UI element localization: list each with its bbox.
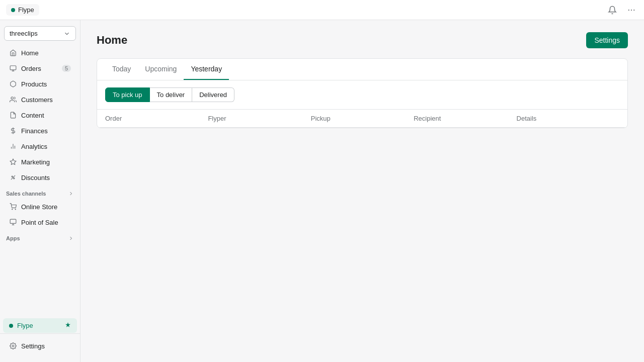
online-store-icon (9, 203, 17, 211)
marketing-icon (9, 158, 17, 166)
sidebar-item-marketing[interactable]: Marketing (3, 154, 77, 169)
chevron-down-icon (63, 30, 70, 37)
layout: threeclips Home Orders 5 (0, 20, 644, 362)
top-bar-right (606, 4, 638, 17)
sidebar-item-analytics[interactable]: Analytics (3, 139, 77, 154)
sidebar-bottom: Settings (0, 333, 80, 358)
chevron-right-apps-icon (68, 235, 74, 241)
top-bar: Flype (0, 0, 644, 20)
sidebar-item-flype-label: Flype (17, 322, 33, 329)
filter-to-pick-up[interactable]: To pick up (105, 87, 150, 102)
store-selector[interactable]: threeclips (4, 26, 76, 41)
sidebar-item-finances-label: Finances (21, 127, 48, 135)
tab-upcoming[interactable]: Upcoming (138, 59, 184, 80)
apps-label: Apps (6, 235, 20, 241)
sidebar-nav: Home Orders 5 Products Customers (0, 43, 80, 318)
more-button[interactable] (625, 4, 638, 17)
settings-icon (9, 342, 17, 350)
chevron-right-icon (68, 191, 74, 197)
home-icon (9, 49, 17, 57)
sidebar-item-orders[interactable]: Orders 5 (3, 61, 77, 76)
table-divider (97, 127, 627, 128)
svg-point-0 (628, 9, 629, 10)
svg-point-13 (14, 178, 15, 179)
flype-pin-icon (65, 322, 71, 329)
sidebar-item-products-label: Products (21, 80, 47, 88)
sidebar-item-marketing-label: Marketing (21, 158, 50, 166)
sidebar-item-products[interactable]: Products (3, 76, 77, 92)
sidebar-item-online-store[interactable]: Online Store (3, 199, 77, 214)
svg-point-2 (633, 9, 634, 10)
sidebar: threeclips Home Orders 5 (0, 20, 80, 362)
sidebar-item-discounts-label: Discounts (21, 174, 50, 182)
svg-point-15 (12, 209, 13, 210)
tab-yesterday[interactable]: Yesterday (184, 59, 229, 80)
app-tab[interactable]: Flype (6, 4, 39, 16)
svg-point-20 (12, 345, 14, 347)
app-tab-label: Flype (18, 6, 34, 14)
tabs-bar: Today Upcoming Yesterday (97, 59, 627, 80)
svg-marker-11 (10, 159, 16, 164)
store-name: threeclips (10, 30, 38, 37)
col-pickup: Pickup (311, 115, 414, 122)
sidebar-item-finances[interactable]: Finances (3, 123, 77, 138)
sidebar-item-discounts[interactable]: Discounts (3, 170, 77, 185)
tab-today[interactable]: Today (105, 59, 138, 80)
sales-channels-label: Sales channels (6, 191, 46, 197)
pos-icon (9, 218, 17, 226)
settings-button[interactable]: Settings (586, 32, 628, 48)
col-recipient: Recipient (414, 115, 516, 122)
sidebar-item-settings-label: Settings (21, 342, 45, 350)
finances-icon (9, 127, 17, 135)
svg-rect-17 (10, 219, 16, 223)
svg-point-16 (15, 209, 16, 210)
sidebar-item-home-label: Home (21, 49, 39, 57)
orders-badge: 5 (62, 65, 71, 72)
sales-channels-section: Sales channels (0, 186, 80, 199)
products-icon (9, 80, 17, 88)
page-header: Home Settings (97, 32, 628, 48)
table-header: Order Flyper Pickup Recipient Details (97, 109, 627, 127)
filter-delivered[interactable]: Delivered (192, 87, 234, 102)
page-title: Home (97, 34, 127, 47)
bell-button[interactable] (606, 4, 619, 17)
discounts-icon (9, 173, 17, 182)
svg-point-1 (631, 9, 632, 10)
app-dot (11, 8, 15, 12)
sidebar-item-content[interactable]: Content (3, 108, 77, 123)
svg-point-12 (12, 176, 13, 177)
flype-dot (9, 324, 13, 328)
col-details: Details (517, 115, 619, 122)
svg-rect-3 (10, 66, 16, 70)
sidebar-item-orders-label: Orders (21, 65, 41, 72)
sidebar-item-point-of-sale[interactable]: Point of Sale (3, 215, 77, 230)
apps-section: Apps (0, 230, 80, 243)
customers-icon (9, 96, 17, 104)
sidebar-item-customers[interactable]: Customers (3, 92, 77, 107)
sidebar-item-online-store-label: Online Store (21, 203, 57, 211)
sidebar-item-content-label: Content (21, 112, 44, 119)
svg-point-6 (11, 97, 14, 100)
filter-to-deliver[interactable]: To deliver (150, 87, 193, 102)
sidebar-item-settings[interactable]: Settings (3, 338, 77, 353)
col-flyper: Flyper (208, 115, 310, 122)
main-card: Today Upcoming Yesterday To pick up To d… (97, 58, 628, 128)
orders-icon (9, 64, 17, 72)
sidebar-item-flype[interactable]: Flype (3, 318, 77, 333)
sidebar-item-pos-label: Point of Sale (21, 219, 58, 226)
sidebar-item-customers-label: Customers (21, 96, 53, 104)
sidebar-item-home[interactable]: Home (3, 45, 77, 60)
sidebar-item-analytics-label: Analytics (21, 143, 47, 150)
filter-row: To pick up To deliver Delivered (97, 80, 627, 109)
analytics-icon (9, 142, 17, 150)
col-order: Order (105, 115, 208, 122)
top-bar-left: Flype (6, 4, 39, 16)
main-content: Home Settings Today Upcoming Yesterday T… (80, 20, 644, 362)
content-icon (9, 111, 17, 119)
